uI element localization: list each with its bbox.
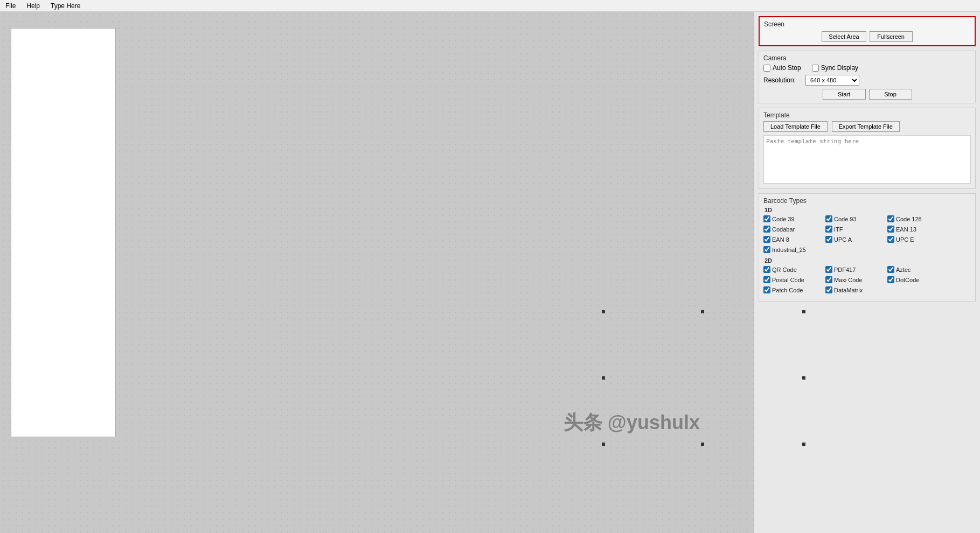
handle-top-left[interactable] [602,310,605,313]
barcode-1d-item: Code 128 [887,215,949,222]
menubar: File Help Type Here [0,0,980,12]
barcode-1d-label-code93: Code 93 [834,216,857,222]
barcode-1d-checkbox-itf[interactable] [825,226,832,233]
barcode-section: Barcode Types 1D Code 39Code 93Code 128C… [759,193,976,301]
sync-display-item: Sync Display [812,64,858,72]
menu-file[interactable]: File [2,1,19,11]
barcode-1d-label-industrial_25: Industrial_25 [772,247,806,253]
start-button[interactable]: Start [823,89,866,100]
barcode-2d-item: DotCode [887,276,949,283]
right-panel: Screen Select Area Fullscreen Camera Aut… [754,12,980,533]
barcode-1d-item: EAN 13 [887,226,949,233]
select-area-button[interactable]: Select Area [822,31,866,42]
resolution-select[interactable]: 320 x 240 640 x 480 1280 x 720 1920 x 10… [805,75,859,86]
auto-stop-checkbox[interactable] [763,65,770,72]
barcode-1d-label-code39: Code 39 [772,216,795,222]
barcode-2d-checkbox-dotcode[interactable] [887,276,894,283]
barcode-2d-label: 2D [764,257,971,264]
barcode-2d-checkbox-postalcode[interactable] [763,276,770,283]
barcode-1d-checkbox-code128[interactable] [887,215,894,222]
barcode-2d-label-patchcode: Patch Code [772,287,803,293]
handle-top-right[interactable] [802,310,805,313]
resolution-label: Resolution: [763,76,801,84]
stop-button[interactable]: Stop [869,89,912,100]
barcode-1d-item: Code 93 [825,215,887,222]
handle-top-center[interactable] [701,310,704,313]
barcode-2d-checkbox-datamatrix[interactable] [825,286,832,293]
barcode-2d-checkbox-maxicode[interactable] [825,276,832,283]
barcode-2d-item: Aztec [887,266,949,273]
handle-mid-left[interactable] [602,376,605,380]
barcode-1d-label: 1D [764,207,971,213]
barcode-2d-label-datamatrix: DataMatrix [834,287,863,293]
barcode-1d-label-code128: Code 128 [896,216,922,222]
barcode-1d-checkboxes: Code 39Code 93Code 128CodabarITFEAN 13EA… [763,215,971,254]
fullscreen-button[interactable]: Fullscreen [870,31,913,42]
screen-label: Screen [764,20,970,28]
template-section: Template Load Template File Export Templ… [759,108,976,189]
handle-bottom-center[interactable] [701,443,704,446]
barcode-1d-label-upca: UPC A [834,236,852,243]
auto-stop-item: Auto Stop [763,64,801,72]
barcode-2d-label-postalcode: Postal Code [772,277,804,283]
barcode-1d-checkbox-ean8[interactable] [763,236,770,243]
barcode-1d-item: Code 39 [763,215,825,222]
barcode-2d-checkbox-aztec[interactable] [887,266,894,273]
barcode-2d-checkbox-patchcode[interactable] [763,286,770,293]
barcode-2d-item: QR Code [763,266,825,273]
white-canvas [11,28,116,437]
barcode-2d-checkboxes: QR CodePDF417AztecPostal CodeMaxi CodeDo… [763,266,971,294]
handle-bottom-right[interactable] [802,443,805,446]
barcode-1d-label-codabar: Codabar [772,226,795,233]
barcode-2d-section: 2D QR CodePDF417AztecPostal CodeMaxi Cod… [763,257,971,294]
barcode-2d-item: PDF417 [825,266,887,273]
barcode-1d-item: ITF [825,226,887,233]
template-textarea[interactable] [763,135,971,184]
barcode-1d-item: UPC A [825,236,887,243]
barcode-1d-checkbox-upce[interactable] [887,236,894,243]
barcode-1d-label-ean13: EAN 13 [896,226,916,233]
barcode-2d-label-pdf417: PDF417 [834,266,856,273]
barcode-1d-label-upce: UPC E [896,236,914,243]
barcode-1d-item: UPC E [887,236,949,243]
barcode-1d-checkbox-code93[interactable] [825,215,832,222]
screen-section: Screen Select Area Fullscreen [759,16,976,46]
barcode-1d-label-ean8: EAN 8 [772,236,789,243]
barcode-2d-label-qrcode: QR Code [772,266,797,273]
barcode-1d-item: EAN 8 [763,236,825,243]
barcode-2d-item: Maxi Code [825,276,887,283]
barcode-1d-checkbox-upca[interactable] [825,236,832,243]
handle-mid-right[interactable] [802,376,805,380]
watermark: 头条 @yushulx [564,410,700,436]
barcode-1d-checkbox-code39[interactable] [763,215,770,222]
barcode-2d-item: DataMatrix [825,286,887,293]
auto-stop-label: Auto Stop [773,64,801,72]
sync-display-checkbox[interactable] [812,65,819,72]
barcode-2d-item: Patch Code [763,286,825,293]
barcode-2d-checkbox-pdf417[interactable] [825,266,832,273]
main-layout: 头条 @yushulx Screen Select Area Fullscree… [0,12,980,533]
template-label: Template [763,111,971,119]
barcode-2d-label-maxicode: Maxi Code [834,277,863,283]
handle-bottom-left[interactable] [602,443,605,446]
camera-label: Camera [763,54,971,62]
barcode-2d-checkbox-qrcode[interactable] [763,266,770,273]
load-template-button[interactable]: Load Template File [763,121,828,132]
barcode-1d-section: 1D Code 39Code 93Code 128CodabarITFEAN 1… [763,207,971,254]
barcode-1d-item: Codabar [763,226,825,233]
barcode-1d-checkbox-ean13[interactable] [887,226,894,233]
barcode-2d-label-aztec: Aztec [896,266,911,273]
menu-typehere[interactable]: Type Here [47,1,84,11]
menu-help[interactable]: Help [23,1,43,11]
barcode-1d-item: Industrial_25 [763,246,825,253]
barcode-2d-item: Postal Code [763,276,825,283]
barcode-1d-checkbox-codabar[interactable] [763,226,770,233]
barcode-1d-checkbox-industrial_25[interactable] [763,246,770,253]
barcode-2d-label-dotcode: DotCode [896,277,919,283]
canvas-area: 头条 @yushulx [0,12,754,533]
barcode-1d-label-itf: ITF [834,226,843,233]
barcode-label: Barcode Types [763,197,971,205]
export-template-button[interactable]: Export Template File [832,121,900,132]
camera-section: Camera Auto Stop Sync Display Resolution… [759,51,976,103]
sync-display-label: Sync Display [821,64,858,72]
